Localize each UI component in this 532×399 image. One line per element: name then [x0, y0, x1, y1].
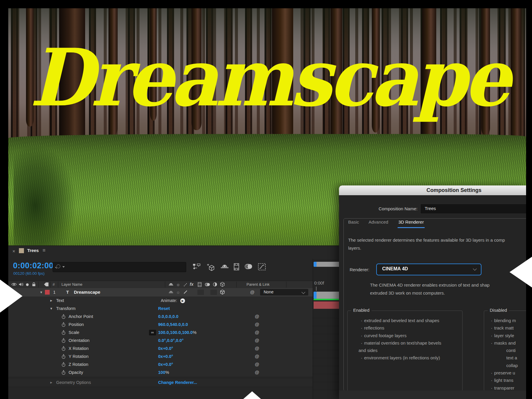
layer-label-color-swatch[interactable] — [45, 290, 50, 295]
property-row-anchor-point[interactable]: Anchor Point 0.0,0.0,0.0 @ — [8, 313, 313, 321]
pickwhip-icon[interactable]: @ — [255, 330, 259, 335]
timeline-search-input[interactable] — [53, 262, 186, 272]
geometry-options-row[interactable]: ► Geometry Options Change Renderer... — [8, 379, 313, 387]
text-layer-type-icon: T — [66, 290, 69, 295]
row-divider — [313, 318, 340, 318]
motion-blur-icon[interactable] — [244, 263, 254, 270]
3d-layer-switch-icon[interactable] — [220, 282, 225, 287]
stopwatch-icon[interactable] — [61, 330, 66, 335]
property-value[interactable]: 100% — [158, 370, 169, 375]
twirl-closed-icon[interactable]: ► — [50, 381, 53, 384]
time-navigator-bar[interactable] — [314, 292, 340, 299]
current-timecode[interactable]: 0:00:02:00 — [13, 261, 53, 270]
video-column-eye-icon[interactable] — [11, 282, 17, 286]
layer-pickwhip-icon[interactable]: @ — [250, 290, 254, 295]
text-group-row[interactable]: ► Text Animate: ▶ — [8, 297, 313, 305]
property-value[interactable]: 0x+0.0° — [158, 354, 173, 359]
constrain-proportions-link-icon[interactable]: ∞ — [149, 330, 156, 335]
property-row-scale[interactable]: Scale ∞ 100.0,100.0,100.0% @ — [8, 329, 313, 337]
tab-advanced[interactable]: Advanced — [369, 219, 388, 224]
layer-name[interactable]: Dreamscape — [74, 290, 100, 295]
chevron-down-icon — [473, 267, 477, 271]
fx-switch-icon[interactable]: fx — [190, 282, 193, 287]
layer-duration-bar[interactable] — [314, 301, 340, 309]
renderer-dropdown[interactable]: CINEMA 4D — [376, 264, 481, 275]
close-icon[interactable]: × — [12, 249, 15, 254]
frame-blend-switch-icon[interactable] — [183, 282, 188, 287]
layer-row-dreamscape[interactable]: ▼ 1 T Dreamscape ☼ @ None — [8, 288, 313, 297]
shy-layers-icon[interactable] — [220, 263, 229, 271]
parent-link-column-header[interactable]: Parent & Link — [246, 282, 270, 287]
property-row-x-rotation[interactable]: X Rotation 0x+0.0° @ — [8, 345, 313, 353]
effects-switch-icon[interactable]: ☼ — [176, 282, 180, 287]
animate-label: Animate: — [161, 298, 177, 303]
layer-effects-icon[interactable]: ☼ — [176, 290, 180, 295]
group-label[interactable]: Text — [56, 298, 64, 303]
work-area-start-handle[interactable] — [314, 262, 317, 267]
pickwhip-icon[interactable]: @ — [255, 370, 259, 375]
pickwhip-icon[interactable]: @ — [255, 338, 259, 343]
draft-3d-icon[interactable] — [206, 263, 216, 272]
property-value[interactable]: 0x+0.0° — [158, 362, 173, 367]
timeline-tab-name[interactable]: Trees — [27, 248, 39, 253]
pickwhip-icon[interactable]: @ — [255, 354, 259, 359]
label-column-tag-icon[interactable] — [44, 282, 49, 287]
audio-column-speaker-icon[interactable] — [19, 282, 24, 287]
stopwatch-icon[interactable] — [61, 338, 66, 343]
change-renderer-link[interactable]: Change Renderer... — [158, 380, 197, 385]
stopwatch-icon[interactable] — [61, 370, 66, 375]
composition-flowchart-icon[interactable] — [193, 263, 200, 270]
tab-3d-renderer[interactable]: 3D Renderer — [398, 219, 424, 224]
motion-blur-switch-icon[interactable] — [205, 282, 210, 287]
dialog-title-bar[interactable]: Composition Settings — [339, 185, 526, 195]
property-value[interactable]: 0.0°,0.0°,0.0° — [158, 338, 184, 343]
pickwhip-icon[interactable]: @ — [255, 362, 259, 367]
stopwatch-icon[interactable] — [61, 314, 66, 319]
lock-column-icon[interactable] — [32, 282, 36, 287]
search-options-caret[interactable] — [62, 266, 65, 268]
stopwatch-icon[interactable] — [61, 322, 66, 327]
reset-link[interactable]: Reset — [158, 306, 170, 311]
tab-basic[interactable]: Basic — [348, 219, 359, 224]
composition-name-input[interactable]: Trees — [420, 204, 526, 214]
animate-menu-button[interactable]: ▶ — [180, 298, 185, 303]
stopwatch-icon[interactable] — [61, 354, 66, 359]
collapse-switch-film-icon[interactable] — [197, 282, 202, 287]
property-value[interactable]: 100.0,100.0,100.0% — [158, 330, 197, 335]
layer-switch-cell[interactable] — [197, 290, 204, 295]
graph-editor-icon[interactable] — [258, 263, 266, 271]
shy-switch-icon[interactable] — [168, 282, 173, 287]
navigator-start-handle[interactable] — [314, 292, 317, 299]
layer-3d-cube-icon[interactable] — [220, 290, 225, 295]
twirl-open-icon[interactable]: ▼ — [50, 307, 53, 310]
pickwhip-icon[interactable]: @ — [255, 322, 259, 327]
property-row-position[interactable]: Position 960.0,540.0,0.0 @ — [8, 321, 313, 329]
layer-switch-cell[interactable] — [210, 290, 217, 295]
work-area-bar[interactable] — [314, 262, 340, 267]
parent-dropdown[interactable]: None — [260, 289, 308, 295]
panel-menu-icon[interactable]: ≡ — [43, 248, 46, 253]
solo-column-icon[interactable] — [26, 283, 29, 286]
property-row-opacity[interactable]: Opacity 100% @ — [8, 369, 313, 377]
pickwhip-icon[interactable]: @ — [255, 314, 259, 319]
property-row-y-rotation[interactable]: Y Rotation 0x+0.0° @ — [8, 353, 313, 361]
property-row-z-rotation[interactable]: Z Rotation 0x+0.0° @ — [8, 361, 313, 369]
layer-quality-icon[interactable] — [183, 290, 188, 294]
layer-shy-icon[interactable] — [168, 290, 173, 294]
property-value[interactable]: 0.0,0.0,0.0 — [158, 314, 179, 319]
layer-expand-twirl[interactable]: ▼ — [40, 290, 43, 294]
pickwhip-icon[interactable]: @ — [255, 346, 259, 351]
stopwatch-icon[interactable] — [61, 346, 66, 351]
adjustment-layer-switch-icon[interactable] — [213, 282, 217, 287]
property-label: X Rotation — [69, 346, 89, 351]
transform-group-row[interactable]: ▼ Transform Reset — [8, 305, 313, 313]
group-label[interactable]: Transform — [56, 306, 76, 311]
layer-name-column-header[interactable]: Layer Name — [61, 282, 82, 287]
property-value[interactable]: 960.0,540.0,0.0 — [158, 322, 188, 327]
index-column-header[interactable]: # — [53, 282, 55, 287]
frame-blending-icon[interactable] — [233, 263, 241, 271]
property-row-orientation[interactable]: Orientation 0.0°,0.0°,0.0° @ — [8, 337, 313, 345]
twirl-closed-icon[interactable]: ► — [50, 299, 53, 302]
stopwatch-icon[interactable] — [61, 362, 66, 367]
property-value[interactable]: 0x+0.0° — [158, 346, 173, 351]
